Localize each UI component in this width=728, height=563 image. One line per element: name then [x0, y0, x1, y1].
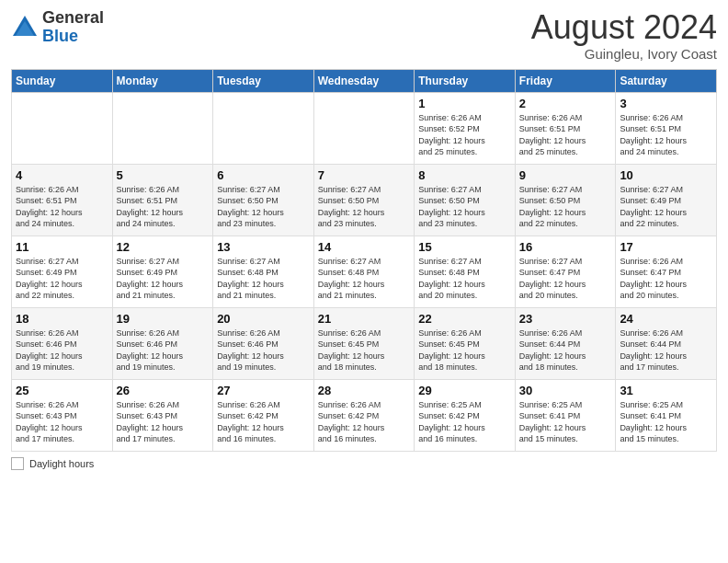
week-row-5: 25Sunrise: 6:26 AM Sunset: 6:43 PM Dayli… [12, 379, 717, 451]
day-info: Sunrise: 6:26 AM Sunset: 6:51 PM Dayligh… [16, 184, 108, 230]
day-info: Sunrise: 6:27 AM Sunset: 6:48 PM Dayligh… [318, 256, 411, 302]
day-info: Sunrise: 6:25 AM Sunset: 6:42 PM Dayligh… [418, 399, 511, 445]
day-number: 16 [519, 240, 612, 254]
day-info: Sunrise: 6:26 AM Sunset: 6:44 PM Dayligh… [519, 327, 612, 373]
day-header-thursday: Thursday [415, 69, 516, 92]
day-info: Sunrise: 6:26 AM Sunset: 6:52 PM Dayligh… [418, 112, 511, 158]
day-info: Sunrise: 6:27 AM Sunset: 6:48 PM Dayligh… [418, 256, 511, 302]
day-info: Sunrise: 6:26 AM Sunset: 6:46 PM Dayligh… [117, 327, 210, 373]
day-number: 27 [217, 384, 310, 397]
day-cell-8: 8Sunrise: 6:27 AM Sunset: 6:50 PM Daylig… [415, 164, 516, 236]
day-info: Sunrise: 6:26 AM Sunset: 6:44 PM Dayligh… [620, 327, 712, 373]
day-cell-31: 31Sunrise: 6:25 AM Sunset: 6:41 PM Dayli… [616, 379, 717, 451]
day-number: 5 [117, 168, 210, 182]
day-info: Sunrise: 6:26 AM Sunset: 6:45 PM Dayligh… [318, 327, 411, 373]
day-header-saturday: Saturday [616, 69, 717, 92]
day-cell-2: 2Sunrise: 6:26 AM Sunset: 6:51 PM Daylig… [515, 92, 616, 164]
day-number: 22 [418, 312, 511, 326]
day-cell-26: 26Sunrise: 6:26 AM Sunset: 6:43 PM Dayli… [112, 379, 213, 451]
day-number: 14 [318, 240, 411, 254]
day-header-tuesday: Tuesday [213, 69, 314, 92]
day-header-friday: Friday [515, 69, 616, 92]
day-number: 29 [418, 384, 511, 397]
day-info: Sunrise: 6:27 AM Sunset: 6:50 PM Dayligh… [519, 184, 612, 230]
day-info: Sunrise: 6:26 AM Sunset: 6:46 PM Dayligh… [217, 327, 310, 373]
day-number: 30 [519, 384, 612, 397]
day-number: 24 [620, 312, 712, 326]
footer: Daylight hours [11, 457, 717, 470]
empty-cell [112, 92, 213, 164]
day-cell-10: 10Sunrise: 6:27 AM Sunset: 6:49 PM Dayli… [616, 164, 717, 236]
day-info: Sunrise: 6:26 AM Sunset: 6:46 PM Dayligh… [16, 327, 108, 373]
day-number: 28 [318, 384, 411, 397]
day-cell-15: 15Sunrise: 6:27 AM Sunset: 6:48 PM Dayli… [415, 236, 516, 307]
day-number: 23 [519, 312, 612, 326]
day-info: Sunrise: 6:26 AM Sunset: 6:43 PM Dayligh… [117, 399, 210, 445]
day-info: Sunrise: 6:27 AM Sunset: 6:50 PM Dayligh… [217, 184, 310, 230]
day-cell-22: 22Sunrise: 6:26 AM Sunset: 6:45 PM Dayli… [415, 307, 516, 379]
day-number: 19 [117, 312, 210, 326]
day-number: 7 [318, 168, 411, 182]
day-number: 21 [318, 312, 411, 326]
day-number: 17 [620, 240, 712, 254]
day-number: 12 [117, 240, 210, 254]
day-cell-30: 30Sunrise: 6:25 AM Sunset: 6:41 PM Dayli… [515, 379, 616, 451]
day-info: Sunrise: 6:26 AM Sunset: 6:51 PM Dayligh… [519, 112, 612, 158]
day-number: 15 [418, 240, 511, 254]
day-info: Sunrise: 6:27 AM Sunset: 6:49 PM Dayligh… [620, 184, 712, 230]
day-number: 6 [217, 168, 310, 182]
day-number: 26 [117, 384, 210, 397]
day-cell-25: 25Sunrise: 6:26 AM Sunset: 6:43 PM Dayli… [12, 379, 113, 451]
day-cell-16: 16Sunrise: 6:27 AM Sunset: 6:47 PM Dayli… [515, 236, 616, 307]
day-info: Sunrise: 6:27 AM Sunset: 6:49 PM Dayligh… [16, 256, 108, 302]
week-row-3: 11Sunrise: 6:27 AM Sunset: 6:49 PM Dayli… [12, 236, 717, 307]
logo-text: General Blue [42, 9, 104, 46]
day-number: 1 [418, 97, 511, 110]
day-cell-6: 6Sunrise: 6:27 AM Sunset: 6:50 PM Daylig… [213, 164, 314, 236]
logo-icon [11, 14, 39, 41]
day-number: 18 [16, 312, 108, 326]
day-info: Sunrise: 6:25 AM Sunset: 6:41 PM Dayligh… [519, 399, 612, 445]
day-cell-21: 21Sunrise: 6:26 AM Sunset: 6:45 PM Dayli… [313, 307, 415, 379]
calendar-table: SundayMondayTuesdayWednesdayThursdayFrid… [11, 69, 717, 452]
week-row-2: 4Sunrise: 6:26 AM Sunset: 6:51 PM Daylig… [12, 164, 717, 236]
day-info: Sunrise: 6:27 AM Sunset: 6:50 PM Dayligh… [418, 184, 511, 230]
day-number: 10 [620, 168, 712, 182]
header-row: SundayMondayTuesdayWednesdayThursdayFrid… [12, 69, 717, 92]
day-cell-18: 18Sunrise: 6:26 AM Sunset: 6:46 PM Dayli… [12, 307, 113, 379]
month-year: August 2024 [531, 9, 717, 46]
header: General Blue August 2024 Guingleu, Ivory… [11, 9, 717, 62]
day-cell-17: 17Sunrise: 6:26 AM Sunset: 6:47 PM Dayli… [616, 236, 717, 307]
title-block: August 2024 Guingleu, Ivory Coast [531, 9, 717, 62]
day-number: 25 [16, 384, 108, 397]
day-info: Sunrise: 6:27 AM Sunset: 6:48 PM Dayligh… [217, 256, 310, 302]
day-info: Sunrise: 6:27 AM Sunset: 6:47 PM Dayligh… [519, 256, 612, 302]
week-row-4: 18Sunrise: 6:26 AM Sunset: 6:46 PM Dayli… [12, 307, 717, 379]
day-number: 8 [418, 168, 511, 182]
day-cell-29: 29Sunrise: 6:25 AM Sunset: 6:42 PM Dayli… [415, 379, 516, 451]
day-info: Sunrise: 6:26 AM Sunset: 6:42 PM Dayligh… [217, 399, 310, 445]
day-cell-3: 3Sunrise: 6:26 AM Sunset: 6:51 PM Daylig… [616, 92, 717, 164]
day-cell-13: 13Sunrise: 6:27 AM Sunset: 6:48 PM Dayli… [213, 236, 314, 307]
day-info: Sunrise: 6:27 AM Sunset: 6:50 PM Dayligh… [318, 184, 411, 230]
day-number: 9 [519, 168, 612, 182]
day-info: Sunrise: 6:26 AM Sunset: 6:51 PM Dayligh… [117, 184, 210, 230]
empty-cell [12, 92, 113, 164]
legend-box [11, 457, 24, 470]
day-info: Sunrise: 6:26 AM Sunset: 6:45 PM Dayligh… [418, 327, 511, 373]
page: General Blue August 2024 Guingleu, Ivory… [0, 0, 728, 563]
week-row-1: 1Sunrise: 6:26 AM Sunset: 6:52 PM Daylig… [12, 92, 717, 164]
day-info: Sunrise: 6:26 AM Sunset: 6:43 PM Dayligh… [16, 399, 108, 445]
day-header-wednesday: Wednesday [313, 69, 415, 92]
day-cell-19: 19Sunrise: 6:26 AM Sunset: 6:46 PM Dayli… [112, 307, 213, 379]
empty-cell [313, 92, 415, 164]
day-info: Sunrise: 6:27 AM Sunset: 6:49 PM Dayligh… [117, 256, 210, 302]
location: Guingleu, Ivory Coast [531, 46, 717, 62]
day-cell-24: 24Sunrise: 6:26 AM Sunset: 6:44 PM Dayli… [616, 307, 717, 379]
day-number: 31 [620, 384, 712, 397]
legend-label: Daylight hours [29, 458, 94, 469]
day-number: 3 [620, 97, 712, 110]
day-cell-12: 12Sunrise: 6:27 AM Sunset: 6:49 PM Dayli… [112, 236, 213, 307]
day-number: 13 [217, 240, 310, 254]
day-info: Sunrise: 6:25 AM Sunset: 6:41 PM Dayligh… [620, 399, 712, 445]
